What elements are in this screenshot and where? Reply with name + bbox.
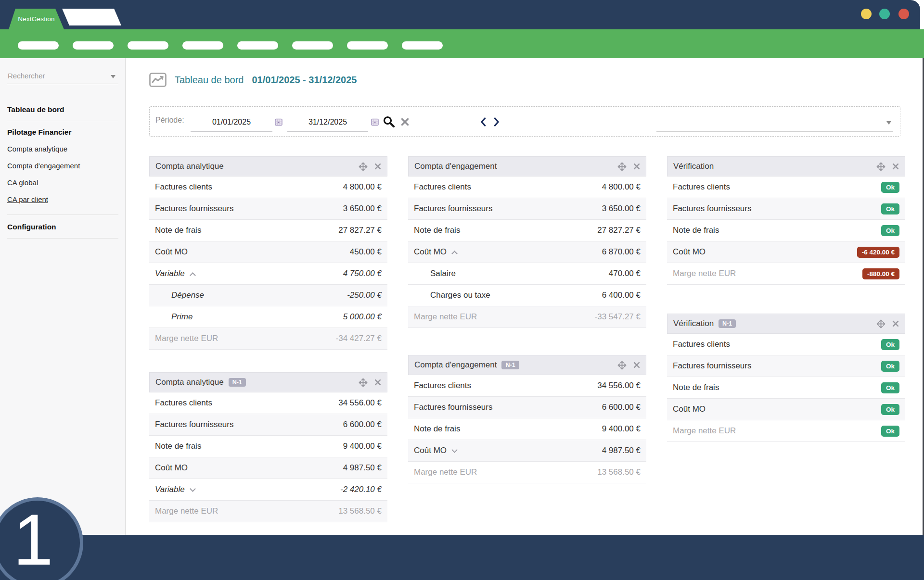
traffic-light-teal-icon[interactable]: [879, 9, 890, 19]
clear-filter-icon[interactable]: [400, 117, 410, 128]
table-row-total: Marge nette EUR -33 547.27 €: [408, 306, 646, 328]
row-label: Coût MO: [673, 404, 706, 414]
nav-menu-pill[interactable]: [128, 41, 168, 50]
chevron-down-icon[interactable]: [451, 447, 458, 453]
sidebar-item-dashboard[interactable]: Tableau de bord: [0, 105, 125, 114]
close-icon[interactable]: [374, 163, 381, 170]
window-title-bar: NextGestion: [0, 0, 920, 29]
widget-column: Vérification Factures clients Ok Facture…: [667, 156, 905, 442]
row-label: Note de frais: [673, 383, 719, 392]
calendar-icon[interactable]: [275, 118, 282, 128]
search-placeholder: Rechercher: [7, 69, 118, 83]
brand-logo[interactable]: NextGestion: [9, 9, 64, 29]
move-icon[interactable]: [876, 319, 886, 328]
row-value: -33 547.27 €: [595, 312, 641, 322]
row-value: 3 650.00 €: [343, 204, 382, 214]
table-row: Factures fournisseurs Ok: [667, 355, 905, 377]
nav-menu-pill[interactable]: [237, 41, 278, 50]
row-value: -34 427.27 €: [336, 334, 382, 343]
status-badge: Ok: [881, 426, 899, 437]
calendar-icon[interactable]: [371, 118, 379, 128]
widget-column: Compta d'engagement Factures clients 4 8…: [408, 156, 646, 483]
chevron-up-icon[interactable]: [190, 272, 196, 278]
nav-menu-pill[interactable]: [182, 41, 223, 50]
widget-header[interactable]: Compta analytique N-1: [149, 372, 387, 392]
date-start-input[interactable]: 01/01/2025: [191, 113, 272, 132]
status-badge: Ok: [881, 361, 899, 372]
row-value: 6 870.00 €: [602, 247, 641, 257]
chevron-up-icon[interactable]: [451, 251, 458, 257]
move-icon[interactable]: [359, 378, 368, 387]
main-menu-bar: [0, 29, 924, 58]
table-subrow: Dépense -250.00 €: [149, 285, 387, 306]
table-row-total: Marge nette EUR 13 568.50 €: [149, 501, 387, 522]
widget-header[interactable]: Vérification: [667, 156, 905, 177]
table-row: Factures clients 34 556.00 €: [408, 375, 646, 397]
table-row-expandable: Variable 4 750.00 €: [149, 263, 387, 285]
widget-title: Compta d'engagement: [414, 360, 497, 370]
sidebar-item-compta-analytique[interactable]: Compta analytique: [0, 140, 125, 157]
sidebar-item-ca-par-client[interactable]: CA par client: [0, 191, 125, 208]
nav-menu-pill[interactable]: [292, 41, 333, 50]
widget-header[interactable]: Compta analytique: [149, 156, 387, 177]
row-label: Dépense: [171, 290, 204, 300]
widget-verification-n1: Vérification N-1 Factures clients Ok Fac…: [667, 314, 905, 442]
move-icon[interactable]: [876, 162, 886, 171]
row-label: Marge nette EUR: [155, 506, 218, 516]
move-icon[interactable]: [617, 361, 627, 370]
table-row: Coût MO -6 420.00 €: [667, 241, 905, 263]
table-row-expandable: Coût MO 4 987.50 €: [408, 440, 646, 462]
row-label: Note de frais: [155, 226, 201, 235]
search-submit-icon[interactable]: [383, 115, 395, 130]
sidebar-section-configuration[interactable]: Configuration: [0, 223, 125, 231]
close-icon[interactable]: [892, 163, 899, 170]
sidebar-item-ca-global[interactable]: CA global: [0, 174, 125, 191]
row-value: 3 650.00 €: [602, 204, 641, 214]
row-value: 6 600.00 €: [343, 420, 382, 429]
row-label: Marge nette EUR: [414, 312, 477, 322]
table-row-expandable: Coût MO 6 870.00 €: [408, 241, 646, 263]
previous-period-icon[interactable]: [480, 117, 487, 129]
date-end-input[interactable]: 31/12/2025: [287, 113, 368, 132]
row-value: 9 400.00 €: [343, 441, 382, 451]
traffic-light-red-icon[interactable]: [898, 9, 909, 19]
sidebar: Rechercher Tableau de bord Pilotage Fina…: [0, 58, 126, 535]
next-period-icon[interactable]: [493, 117, 500, 129]
close-icon[interactable]: [633, 362, 640, 368]
status-badge: Ok: [881, 339, 899, 350]
row-value: 34 556.00 €: [338, 398, 382, 408]
move-icon[interactable]: [617, 162, 627, 171]
nav-menu-pill[interactable]: [18, 41, 59, 50]
row-label: Factures fournisseurs: [414, 204, 492, 214]
row-value: 27 827.27 €: [338, 226, 382, 235]
row-label: Coût MO: [155, 463, 188, 473]
sidebar-section-pilotage[interactable]: Pilotage Financier: [0, 128, 125, 137]
row-value: 6 600.00 €: [602, 403, 641, 412]
widget-header[interactable]: Vérification N-1: [667, 314, 905, 334]
widget-header[interactable]: Compta d'engagement N-1: [408, 355, 646, 375]
close-icon[interactable]: [633, 163, 640, 170]
sidebar-item-compta-engagement[interactable]: Compta d'engagement: [0, 157, 125, 174]
table-row: Coût MO 4 987.50 €: [149, 457, 387, 479]
close-icon[interactable]: [892, 320, 899, 327]
nav-menu-pill[interactable]: [347, 41, 388, 50]
nav-menu-pill[interactable]: [73, 41, 114, 50]
row-label: Note de frais: [155, 441, 201, 451]
main-content: Tableau de bord 01/01/2025 - 31/12/2025 …: [126, 58, 924, 535]
table-row: Factures clients Ok: [667, 334, 905, 355]
row-label: Marge nette EUR: [155, 334, 218, 343]
page-period-range: 01/01/2025 - 31/12/2025: [252, 75, 357, 86]
move-icon[interactable]: [359, 162, 368, 171]
table-subrow: Salaire 470.00 €: [408, 263, 646, 285]
widget-header[interactable]: Compta d'engagement: [408, 156, 646, 177]
nav-menu-pill[interactable]: [402, 41, 443, 50]
page-number: 1: [13, 504, 53, 576]
search-input[interactable]: Rechercher: [7, 69, 118, 84]
table-row: Factures clients 34 556.00 €: [149, 392, 387, 414]
widget-title: Compta analytique: [155, 162, 224, 171]
close-icon[interactable]: [374, 379, 381, 386]
chevron-down-icon[interactable]: [190, 486, 196, 492]
comparison-select[interactable]: [656, 112, 893, 132]
traffic-light-yellow-icon[interactable]: [861, 9, 872, 19]
widget-column: Compta analytique Factures clients 4 800…: [149, 156, 387, 522]
